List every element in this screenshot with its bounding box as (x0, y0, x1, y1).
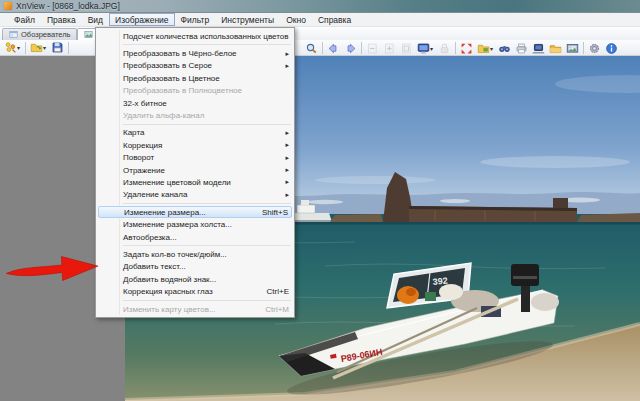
menu-item[interactable]: Правка (41, 13, 82, 26)
zoom-tool-icon[interactable] (303, 41, 320, 56)
app-icon (4, 2, 12, 10)
search-icon[interactable] (496, 41, 513, 56)
menu-item-label: Коррекция (123, 141, 275, 150)
toolbar-separator (25, 42, 26, 54)
menu-item-label: Удалить альфа-канал (123, 111, 279, 120)
menu-item-label: Преобразовать в Полноцветное (123, 86, 279, 95)
zoom-in-icon (381, 41, 398, 56)
menu-item[interactable]: Поворот▸ (96, 152, 294, 164)
fullscreen-icon[interactable] (458, 41, 475, 56)
menu-item: Преобразовать в Полноцветное (96, 85, 294, 97)
menu-item-label: Задать кол-во точек/дюйм... (123, 250, 279, 259)
menu-item[interactable]: Инструменты (215, 13, 280, 26)
menu-item-label: Изменение размера холста... (123, 220, 279, 229)
toolbar-separator (361, 42, 362, 54)
menu-item[interactable]: Коррекция красных глазCtrl+E (96, 285, 294, 297)
menu-item[interactable]: Преобразовать в Цветное (96, 72, 294, 84)
menu-item-label: Добавить водяной знак... (123, 275, 279, 284)
chevron-down-icon[interactable]: ▾ (17, 44, 23, 51)
menu-item-label: Удаление канала (123, 190, 275, 199)
menu-item-resize-highlighted[interactable]: Изменение размера...Shift+S (98, 206, 292, 218)
rock-pier (330, 214, 383, 222)
menu-item: Удалить альфа-канал (96, 109, 294, 121)
submenu-arrow-icon: ▸ (285, 141, 289, 149)
menu-item-label: Добавить текст... (123, 262, 279, 271)
menu-item-label: Поворот (123, 153, 275, 162)
toolbar-left: ▾▾ (2, 40, 71, 55)
menu-item-label: Преобразовать в Чёрно-белое (123, 49, 275, 58)
forward-icon[interactable] (342, 41, 359, 56)
title-bar[interactable]: XnView - [0868_lodka.JPG] (0, 0, 640, 13)
red-arrow-annotation (3, 247, 102, 288)
info-icon[interactable] (603, 41, 620, 56)
menu-item[interactable]: Файл (8, 13, 41, 26)
tab-browser[interactable]: Обозреватель (2, 28, 77, 40)
menu-item[interactable]: Отражение▸ (96, 164, 294, 176)
menu-item-label: Изменение цветовой модели (123, 178, 275, 187)
menu-item[interactable]: Преобразовать в Серое▸ (96, 60, 294, 72)
menu-shortcut: Shift+S (262, 208, 288, 217)
toolbar-separator (455, 42, 456, 54)
batch-convert-icon[interactable] (547, 41, 564, 56)
submenu-arrow-icon: ▸ (285, 191, 289, 199)
menu-image-active[interactable]: Изображение (109, 13, 175, 26)
menu-item[interactable]: Подсчет количества использованных цветов (96, 30, 294, 42)
menu-separator (123, 203, 291, 204)
menu-item[interactable]: Окно (280, 13, 312, 26)
menu-item[interactable]: Добавить текст... (96, 261, 294, 273)
zoom-out-icon (364, 41, 381, 56)
toolbar-separator (322, 42, 323, 54)
menu-shortcut: Ctrl+M (265, 305, 289, 314)
submenu-arrow-icon: ▸ (285, 50, 289, 58)
menu-item[interactable]: Добавить водяной знак... (96, 273, 294, 285)
capture-icon[interactable] (564, 41, 581, 56)
menu-item[interactable]: Удаление канала▸ (96, 189, 294, 201)
menu-item[interactable]: Изменение цветовой модели▸ (96, 176, 294, 188)
menu-item[interactable]: Вид (82, 13, 109, 26)
menu-item[interactable]: 32-х битное (96, 97, 294, 109)
submenu-arrow-icon: ▸ (285, 129, 289, 137)
menu-item-label: Отражение (123, 166, 275, 175)
settings-icon[interactable] (586, 41, 603, 56)
submenu-arrow-icon: ▸ (285, 178, 289, 186)
menu-item[interactable]: Коррекция▸ (96, 139, 294, 151)
menu-item[interactable]: Автообрезка... (96, 231, 294, 243)
lock-zoom-icon (436, 41, 453, 56)
submenu-arrow-icon: ▸ (285, 154, 289, 162)
menu-item-label: Автообрезка... (123, 233, 279, 242)
menu-item-label: Преобразовать в Серое (123, 61, 275, 70)
toolbar-separator (583, 42, 584, 54)
menu-item[interactable]: Преобразовать в Чёрно-белое▸ (96, 47, 294, 59)
menu-separator (123, 245, 291, 246)
submenu-arrow-icon: ▸ (285, 166, 289, 174)
tab-label: Обозреватель (21, 30, 70, 39)
menu-item[interactable]: Справка (312, 13, 357, 26)
xnview-window: XnView - [0868_lodka.JPG] ФайлПравкаВидИ… (0, 0, 640, 401)
menu-item[interactable]: Задать кол-во точек/дюйм... (96, 248, 294, 260)
menu-item-label: Подсчет количества использованных цветов (123, 32, 289, 41)
menu-item-label: Преобразовать в Цветное (123, 74, 279, 83)
menu-separator (123, 300, 291, 301)
browser-grid-icon (9, 30, 18, 39)
menu-shortcut: Ctrl+E (267, 287, 289, 296)
menu-item[interactable]: Карта▸ (96, 127, 294, 139)
menu-item-label: Карта (123, 128, 275, 137)
fit-page-icon (398, 41, 415, 56)
menu-bar: ФайлПравкаВидИзображениеФильтрИнструмент… (0, 13, 640, 27)
print-icon[interactable] (513, 41, 530, 56)
back-icon[interactable] (325, 41, 342, 56)
window-title: XnView - [0868_lodka.JPG] (16, 1, 120, 11)
menu-item-label: Коррекция красных глаз (123, 287, 257, 296)
menu-separator (123, 44, 291, 45)
menu-item: Изменить карту цветов...Ctrl+M (96, 303, 294, 315)
menu-item-label: 32-х битное (123, 99, 279, 108)
slideshow-icon[interactable] (530, 41, 547, 56)
image-menu-dropdown: Подсчет количества использованных цветов… (95, 27, 295, 318)
save-icon[interactable] (49, 40, 66, 55)
submenu-arrow-icon: ▸ (285, 62, 289, 70)
image-thumb-icon (84, 30, 93, 39)
menu-separator (123, 124, 291, 125)
menu-item[interactable]: Фильтр (175, 13, 216, 26)
toolbar-right: ▾▾ (303, 40, 620, 56)
menu-item[interactable]: Изменение размера холста... (96, 218, 294, 230)
